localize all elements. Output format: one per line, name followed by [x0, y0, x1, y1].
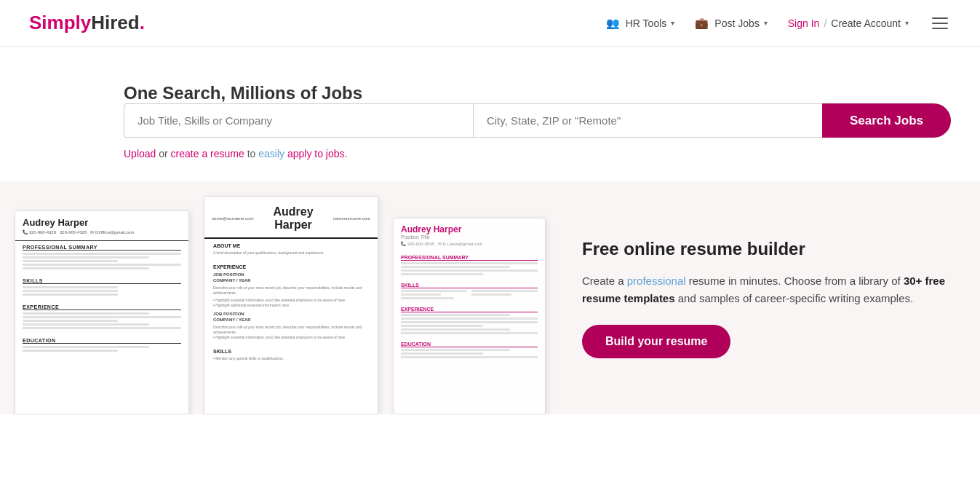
- resume-card-3: Audrey Harper Position Title 📞 320-000-0…: [393, 218, 546, 414]
- hint-easily: easily: [258, 148, 284, 159]
- people-icon: [606, 17, 621, 30]
- rc3-name: Audrey Harper: [401, 224, 538, 234]
- rc2-section-exp: EXPERIENCE JOB POSITIONCOMPANY / YEAR De…: [204, 260, 378, 344]
- rc1-contact: 📞 320-900-4328 320-900-4328 ✉ DOffice@gm…: [23, 229, 181, 234]
- job-search-input[interactable]: [124, 103, 473, 138]
- rc1-title-summary: PROFESSIONAL SUMMARY: [23, 245, 181, 251]
- desc-3: and samples of career-specific writing e…: [675, 292, 914, 304]
- resume-builder-panel: Free online resume builder Create a prof…: [553, 181, 980, 414]
- rc1-section-edu: EDUCATION: [15, 334, 188, 357]
- hr-tools-menu[interactable]: HR Tools ▾: [606, 17, 675, 30]
- hamburger-line-1: [932, 17, 948, 19]
- create-account-link[interactable]: Create Account: [831, 17, 901, 29]
- logo[interactable]: SimplyHired.: [29, 12, 145, 34]
- navbar: SimplyHired. HR Tools ▾ Post Jobs ▾ Sign…: [0, 0, 980, 47]
- rc1-line: [23, 327, 181, 329]
- hamburger-line-3: [932, 28, 948, 29]
- rc3-lines-edu: [401, 349, 538, 358]
- hero-section: One Search, Millions of Jobs Search Jobs…: [0, 47, 980, 181]
- desc-professional: professional: [627, 275, 686, 287]
- rc1-lines-skills: [23, 286, 181, 296]
- rc1-line: [23, 290, 118, 292]
- rc2-section-skills: SKILLS • Mention any special skills or q…: [204, 344, 378, 366]
- rc1-line: [23, 260, 118, 262]
- nav-right: HR Tools ▾ Post Jobs ▾ Sign In / Create …: [606, 15, 951, 32]
- rc3-line: [471, 290, 538, 292]
- rc2-exp-title: JOB POSITIONCOMPANY / YEAR: [213, 272, 369, 284]
- rc1-section-skills: SKILLS: [15, 275, 188, 301]
- rc1-name: Audrey Harper: [23, 217, 181, 228]
- post-jobs-menu[interactable]: Post Jobs ▾: [695, 17, 767, 30]
- hint-or: or: [156, 148, 170, 159]
- rc3-lines-skills: [401, 290, 538, 301]
- build-resume-button[interactable]: Build your resume: [582, 325, 730, 358]
- rc1-line: [23, 312, 149, 315]
- rc1-lines-summary: [23, 253, 181, 269]
- rc3-line: [401, 349, 510, 351]
- rc2-title-skills: SKILLS: [213, 349, 369, 354]
- rc3-line: [401, 314, 510, 316]
- rc3-line: [401, 325, 483, 327]
- rc2-header: name@surname.com AudreyHarper namesurnam…: [204, 197, 378, 239]
- resume-hint: Upload or create a resume to easily appl…: [124, 148, 951, 159]
- logo-dot: .: [140, 12, 145, 34]
- rc3-lines-summary: [401, 262, 538, 275]
- rc2-exp2-title: JOB POSITIONCOMPANY / YEAR: [213, 311, 369, 323]
- hint-apply: apply to jobs: [284, 148, 345, 159]
- rc1-line: [23, 293, 118, 296]
- rc3-title-skills: SKILLS: [401, 283, 538, 288]
- rc2-title-exp: EXPERIENCE: [213, 264, 369, 269]
- rc3-line: [401, 328, 510, 331]
- rc1-line: [23, 346, 149, 348]
- rc2-title-about: ABOUT ME: [213, 243, 369, 248]
- rc1-line: [23, 320, 118, 322]
- signin-link[interactable]: Sign In: [788, 17, 820, 29]
- resume-card-2: name@surname.com AudreyHarper namesurnam…: [204, 196, 378, 414]
- rc3-header: Audrey Harper Position Title 📞 320-000-0…: [394, 218, 545, 252]
- rc1-line: [23, 253, 181, 255]
- hint-to: to: [244, 148, 258, 159]
- rc2-email: name@surname.com: [212, 216, 253, 221]
- rc3-line: [401, 269, 538, 272]
- upload-link[interactable]: Upload: [124, 148, 156, 159]
- nav-divider: /: [824, 17, 826, 29]
- rc1-line: [23, 256, 149, 259]
- rc1-header: Audrey Harper 📞 320-900-4328 320-900-432…: [15, 211, 188, 241]
- rc2-exp-bullet1: • Highlight essential information you'd …: [213, 298, 369, 303]
- rc1-title-exp: EXPERIENCE: [23, 304, 181, 310]
- rc2-exp2-desc: Describe your role at your most recent j…: [213, 325, 369, 335]
- location-search-input[interactable]: [473, 103, 822, 138]
- rc2-exp-desc: Describe your role at your most recent j…: [213, 285, 369, 296]
- rc2-section-about: ABOUT ME A brief description of your qua…: [204, 239, 378, 260]
- rc3-line: [401, 321, 538, 323]
- hamburger-line-2: [932, 23, 948, 24]
- rc3-line: [401, 262, 538, 264]
- briefcase-icon: [695, 17, 710, 30]
- hero-heading: One Search, Millions of Jobs: [124, 83, 951, 103]
- search-jobs-button[interactable]: Search Jobs: [822, 103, 951, 138]
- rc3-line: [401, 266, 510, 268]
- rc3-line: [401, 332, 538, 334]
- resume-builder-description: Create a professional resume in minutes.…: [582, 272, 951, 307]
- rc1-lines-edu: [23, 346, 181, 352]
- rc1-lines-exp: [23, 312, 181, 329]
- rc3-line: [401, 273, 483, 275]
- post-jobs-label: Post Jobs: [714, 17, 759, 29]
- desc-create: Create a: [582, 275, 627, 287]
- create-resume-link[interactable]: create a resume: [171, 148, 244, 159]
- search-bar: Search Jobs: [124, 103, 951, 138]
- rc3-line: [401, 318, 538, 320]
- hint-period: .: [345, 148, 348, 159]
- hamburger-menu[interactable]: [929, 15, 951, 32]
- lower-section: Audrey Harper 📞 320-900-4328 320-900-432…: [0, 181, 980, 414]
- hr-tools-chevron-icon: ▾: [671, 19, 674, 27]
- rc3-section-skills: SKILLS: [394, 280, 545, 304]
- account-chevron-icon: ▾: [905, 19, 909, 27]
- rc1-section-exp: EXPERIENCE: [15, 301, 188, 334]
- rc1-line: [23, 267, 149, 269]
- rc3-section-edu: EDUCATION: [394, 339, 545, 363]
- rc2-about-text: A brief description of your qualificatio…: [213, 251, 369, 256]
- rc1-line: [23, 323, 149, 326]
- rc1-line: [23, 316, 181, 318]
- rc1-line: [23, 286, 118, 288]
